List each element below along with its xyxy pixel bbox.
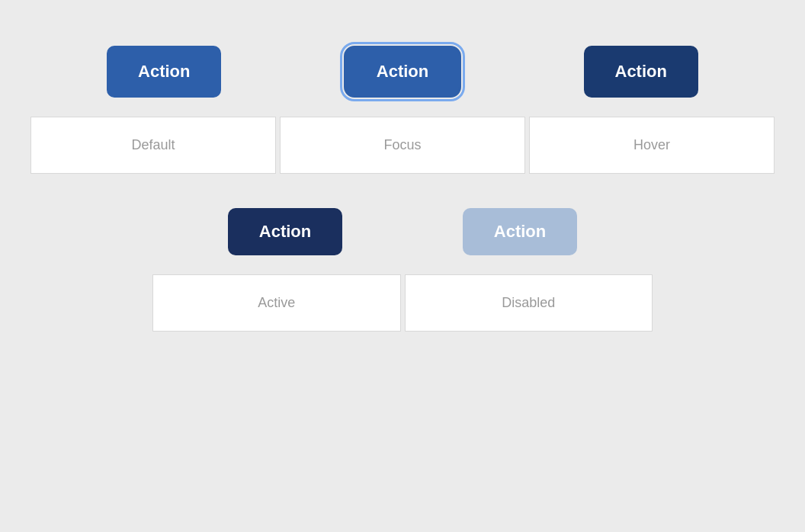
label-hover: Hover (529, 117, 775, 174)
label-focus-text: Focus (383, 137, 421, 153)
disabled-button: Action (463, 208, 577, 255)
label-disabled-text: Disabled (502, 295, 555, 311)
label-hover-text: Hover (633, 137, 670, 153)
label-focus: Focus (280, 117, 525, 174)
main-layout: Action Action Action Default Focus Hover… (0, 0, 805, 532)
bottom-labels-row: Active Disabled (0, 274, 805, 332)
top-labels-row: Default Focus Hover (0, 117, 805, 174)
bottom-buttons-row: Action Action (0, 178, 805, 271)
label-active: Active (152, 274, 401, 332)
label-active-text: Active (258, 295, 295, 311)
default-button[interactable]: Action (107, 46, 221, 98)
label-disabled: Disabled (405, 274, 653, 332)
focus-button[interactable]: Action (344, 46, 461, 98)
hover-button[interactable]: Action (584, 46, 698, 98)
label-default-text: Default (131, 137, 175, 153)
top-buttons-row: Action Action Action (0, 23, 805, 113)
active-button[interactable]: Action (228, 208, 342, 255)
label-default: Default (30, 117, 276, 174)
